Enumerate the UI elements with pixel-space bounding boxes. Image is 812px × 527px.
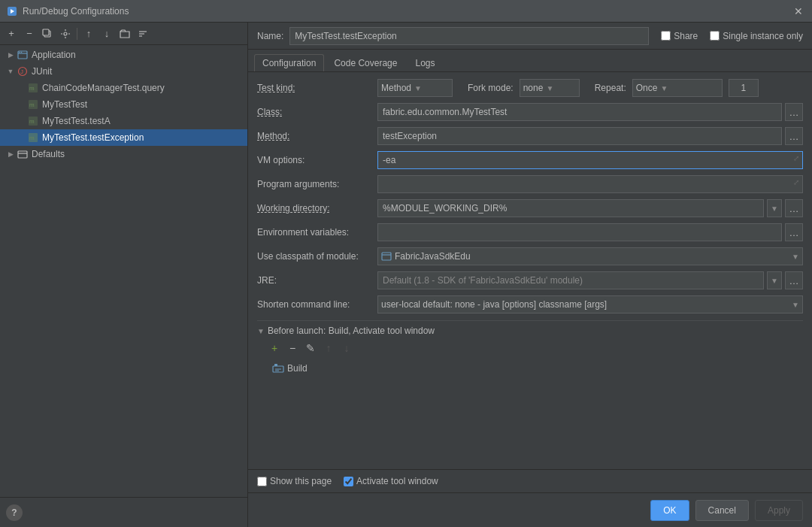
jre-label: JRE: — [257, 275, 377, 286]
config-settings-button[interactable] — [57, 26, 74, 42]
method-input[interactable] — [377, 127, 782, 145]
test-kind-label: Test kind: — [257, 83, 377, 93]
config-tree[interactable]: ▶ Application ▼ J JUnit m ChainCodeMana — [0, 45, 247, 497]
show-page-label: Show this page — [270, 476, 332, 486]
tree-item-defaults[interactable]: ▶ Defaults — [0, 146, 247, 162]
activate-window-checkbox-label[interactable]: Activate tool window — [344, 476, 438, 486]
name-input[interactable] — [289, 27, 649, 45]
test-kind-select[interactable]: Method ▼ — [377, 79, 453, 97]
fork-mode-label: Fork mode: — [468, 83, 514, 93]
build-label: Build — [287, 363, 308, 374]
env-vars-control: … — [377, 223, 803, 241]
tab-code-coverage[interactable]: Code Coverage — [326, 54, 405, 71]
working-dir-label: Working directory: — [257, 203, 377, 214]
vm-options-input[interactable] — [377, 151, 803, 169]
single-instance-checkbox-label[interactable]: Single instance only — [710, 31, 803, 41]
bottom-checkboxes: Show this page Activate tool window — [248, 469, 812, 492]
fork-mode-select[interactable]: none ▼ — [520, 79, 580, 97]
show-page-checkbox[interactable] — [257, 477, 267, 486]
tree-item-mytesta[interactable]: m MyTestTest.testA — [0, 113, 247, 129]
svg-text:m: m — [29, 118, 35, 125]
tree-item-junit[interactable]: ▼ J JUnit — [0, 63, 247, 80]
tree-toggle-junit[interactable]: ▼ — [6, 67, 15, 76]
shorten-cmd-arrow: ▼ — [792, 301, 799, 309]
activate-window-checkbox[interactable] — [344, 477, 353, 486]
tabs-bar: Configuration Code Coverage Logs — [248, 50, 812, 72]
application-icon — [17, 49, 29, 61]
move-down-button[interactable]: ↓ — [98, 26, 115, 42]
close-button[interactable]: ✕ — [791, 4, 806, 19]
classpath-select[interactable]: FabricJavaSdkEdu ▼ — [377, 247, 803, 265]
classpath-row: Use classpath of module: FabricJavaSdkEd… — [257, 247, 803, 266]
move-up-button[interactable]: ↑ — [80, 26, 97, 42]
cancel-button[interactable]: Cancel — [695, 500, 749, 521]
jre-dropdown[interactable]: ▼ — [767, 271, 782, 289]
before-launch-edit-button[interactable]: ✎ — [302, 341, 319, 356]
env-vars-input[interactable] — [377, 223, 782, 241]
repeat-arrow: ▼ — [660, 84, 668, 92]
name-label: Name: — [257, 31, 283, 41]
add-config-button[interactable]: + — [3, 26, 20, 42]
separator-1 — [77, 28, 77, 40]
tree-item-chain[interactable]: m ChainCodeManagerTest.query — [0, 80, 247, 96]
jre-control: ▼ … — [377, 271, 803, 289]
defaults-icon — [17, 148, 29, 160]
before-launch-add-button[interactable]: + — [266, 341, 283, 356]
vm-options-expand-icon[interactable]: ⤢ — [791, 153, 801, 163]
move-to-folder-button[interactable] — [117, 26, 133, 42]
program-args-input[interactable] — [377, 175, 803, 193]
tree-item-application[interactable]: ▶ Application — [0, 47, 247, 63]
shorten-cmd-control: user-local default: none - java [options… — [377, 295, 803, 313]
tree-item-mytest[interactable]: m MyTestTest — [0, 96, 247, 113]
activate-window-label: Activate tool window — [356, 476, 438, 486]
sort-button[interactable] — [135, 26, 151, 42]
tree-label-mytesta: MyTestTest.testA — [42, 116, 111, 126]
help-button[interactable]: ? — [6, 504, 23, 521]
tree-toggle-defaults[interactable]: ▶ — [6, 150, 15, 159]
show-page-checkbox-label[interactable]: Show this page — [257, 476, 332, 486]
method-control: … — [377, 127, 803, 145]
apply-button[interactable]: Apply — [755, 500, 803, 521]
app-icon — [6, 5, 18, 17]
program-args-expand-icon[interactable]: ⤢ — [791, 177, 801, 187]
env-vars-edit-button[interactable]: … — [785, 223, 803, 241]
tree-label-junit: JUnit — [32, 66, 52, 77]
ok-button[interactable]: OK — [650, 500, 689, 521]
share-checkbox-label[interactable]: Share — [661, 31, 698, 41]
tab-configuration[interactable]: Configuration — [254, 54, 324, 71]
repeat-count-input[interactable] — [729, 79, 759, 97]
tree-label-application: Application — [32, 50, 76, 60]
working-dir-input[interactable] — [377, 199, 764, 217]
before-launch-header: ▼ Before launch: Build, Activate tool wi… — [257, 326, 803, 336]
working-dir-dropdown[interactable]: ▼ — [767, 199, 782, 217]
single-instance-checkbox[interactable] — [710, 31, 720, 41]
vm-options-row: VM options: ⤢ — [257, 150, 803, 170]
tree-label-defaults: Defaults — [32, 149, 65, 159]
shorten-cmd-select[interactable]: user-local default: none - java [options… — [377, 295, 803, 313]
before-launch-toggle[interactable]: ▼ — [257, 327, 265, 335]
jre-browse-button[interactable]: … — [785, 271, 803, 289]
svg-point-10 — [19, 52, 20, 53]
tree-label-chain: ChainCodeManagerTest.query — [42, 83, 165, 93]
build-item: Build — [257, 360, 803, 377]
before-launch-title: Before launch: Build, Activate tool wind… — [268, 326, 435, 336]
copy-config-button[interactable] — [39, 26, 56, 42]
remove-config-button[interactable]: − — [21, 26, 38, 42]
before-launch-down-button[interactable]: ↓ — [338, 341, 355, 356]
junit-icon: J — [17, 65, 29, 77]
class-input[interactable] — [377, 103, 782, 121]
shorten-cmd-value: user-local default: none - java [options… — [381, 299, 607, 310]
jre-input[interactable] — [377, 271, 764, 289]
program-args-control: ⤢ — [377, 175, 803, 193]
repeat-select[interactable]: Once ▼ — [632, 79, 723, 97]
tree-toggle-application[interactable]: ▶ — [6, 50, 15, 59]
share-checkbox[interactable] — [661, 31, 671, 41]
tree-item-mytestexception[interactable]: m MyTestTest.testException — [0, 129, 247, 146]
program-args-label: Program arguments: — [257, 179, 377, 189]
before-launch-remove-button[interactable]: − — [284, 341, 301, 356]
before-launch-up-button[interactable]: ↑ — [320, 341, 337, 356]
class-browse-button[interactable]: … — [785, 103, 803, 121]
working-dir-browse-button[interactable]: … — [785, 199, 803, 217]
method-browse-button[interactable]: … — [785, 127, 803, 145]
tab-logs[interactable]: Logs — [407, 54, 443, 71]
